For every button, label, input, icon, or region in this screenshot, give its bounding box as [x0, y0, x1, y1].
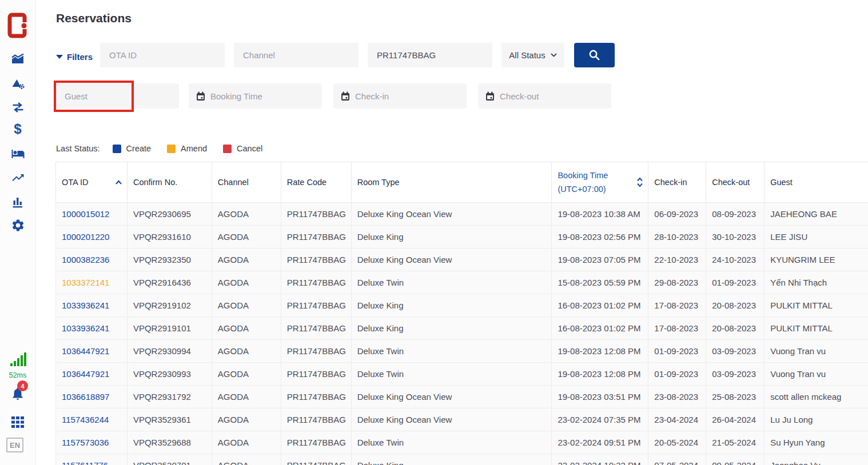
cell-channel: AGODA: [212, 248, 281, 271]
rate-code-input[interactable]: [368, 43, 492, 67]
ota-id-link[interactable]: 1036447921: [62, 346, 109, 356]
booking-time-header-label: Booking Time (UTC+07:00): [558, 171, 608, 194]
sidebar-item-transactions[interactable]: [0, 101, 35, 114]
cell-channel: AGODA: [212, 431, 281, 454]
cell-rate-code: PR11747BBAG: [281, 271, 352, 294]
rate-code-header-label: Rate Code: [287, 178, 327, 187]
table-row: 1033936241 VPQR2919102 AGODA PR11747BBAG…: [55, 294, 868, 317]
sidebar-item-performance[interactable]: [0, 171, 35, 184]
filters-toggle[interactable]: Filters: [56, 52, 93, 62]
guest-input[interactable]: [55, 83, 179, 109]
sort-asc-icon: [115, 180, 122, 185]
cell-confirm-no: VPQR2931792: [128, 386, 212, 408]
reservations-table: OTA ID Confirm No. Channel Rate Code Roo…: [55, 162, 868, 465]
ota-id-link[interactable]: 1033936241: [62, 300, 109, 310]
status-select[interactable]: All Status: [501, 43, 564, 67]
cell-ota-id: 1000015012: [56, 203, 128, 226]
cell-room-type: Deluxe King Ocean View: [352, 386, 552, 408]
check-out-picker[interactable]: Check-out: [478, 83, 611, 109]
notification-badge: 4: [17, 380, 28, 391]
legend-cancel-label: Cancel: [237, 144, 262, 153]
sidebar-item-rooms[interactable]: [0, 147, 35, 160]
column-header-guest: Guest: [765, 162, 868, 202]
search-button[interactable]: [574, 43, 615, 67]
ota-id-link[interactable]: 1157611776: [62, 460, 108, 465]
cell-check-out: 08-09-2023: [706, 203, 765, 226]
cell-guest: Jeonghee Vu: [765, 454, 868, 465]
table-row: 1036447921 VPQR2930993 AGODA PR11747BBAG…: [55, 363, 868, 386]
ota-id-link[interactable]: 1000015012: [62, 209, 109, 219]
ota-id-link[interactable]: 1036447921: [62, 369, 109, 379]
cell-check-in: 20-05-2024: [648, 431, 706, 454]
reservations-page: $: [0, 0, 868, 465]
cell-check-in: 17-08-2023: [648, 317, 706, 340]
ota-id-link[interactable]: 1157573036: [62, 438, 109, 447]
language-switcher[interactable]: EN: [6, 438, 23, 452]
cell-rate-code: PR11747BBAG: [281, 363, 352, 386]
ota-id-link[interactable]: 1000201220: [62, 232, 109, 242]
column-header-booking-time[interactable]: Booking Time (UTC+07:00): [552, 162, 648, 202]
cell-guest: Su Hyun Yang: [765, 431, 868, 454]
cell-room-type: Deluxe King Ocean View: [352, 408, 552, 431]
sidebar-item-reports[interactable]: [0, 195, 35, 209]
channel-input[interactable]: [234, 43, 359, 67]
check-in-header-label: Check-in: [654, 178, 687, 187]
check-in-placeholder: Check-in: [355, 91, 389, 101]
chevron-down-icon: [56, 55, 63, 59]
cell-channel: AGODA: [212, 294, 281, 317]
app-logo[interactable]: [0, 13, 35, 38]
create-swatch: [113, 145, 121, 153]
sidebar-item-dashboard[interactable]: [0, 52, 35, 66]
booking-time-picker[interactable]: Booking Time: [189, 83, 322, 109]
cell-channel: AGODA: [212, 203, 281, 226]
cell-check-in: 23-04-2024: [648, 408, 706, 431]
ota-id-link[interactable]: 1157436244: [62, 415, 109, 424]
cell-check-in: 29-08-2023: [648, 271, 706, 294]
column-header-check-out: Check-out: [706, 162, 765, 202]
latency-value: 52ms: [0, 371, 35, 379]
ota-id-link[interactable]: 1000382236: [62, 255, 109, 264]
column-header-room-type: Room Type: [352, 162, 552, 202]
ota-id-link[interactable]: 1033936241: [62, 323, 109, 333]
column-header-ota-id[interactable]: OTA ID: [56, 162, 128, 202]
cancel-swatch: [223, 145, 232, 153]
sidebar-item-channels[interactable]: [0, 77, 35, 90]
cell-room-type: Deluxe Twin: [352, 431, 552, 454]
cell-guest: PULKIT MITTAL: [765, 317, 868, 340]
cell-guest: KYUNGRIM LEE: [765, 248, 868, 271]
cell-confirm-no: VPQR3529688: [128, 431, 212, 454]
apps-grid-icon: [11, 415, 25, 429]
cell-check-out: 24-10-2023: [706, 248, 765, 271]
area-chart-icon: [10, 52, 25, 66]
cell-confirm-no: VPQR2919102: [128, 294, 212, 317]
sort-both-icon: [636, 177, 643, 187]
cell-ota-id: 1036447921: [56, 363, 128, 386]
calendar-icon: [485, 91, 495, 101]
ota-id-input[interactable]: [100, 43, 225, 67]
cell-check-in: 01-09-2023: [648, 363, 706, 386]
cell-booking-time: 19-08-2023 12:08 PM: [552, 340, 648, 363]
apps-menu-button[interactable]: [0, 415, 35, 429]
cell-rate-code: PR11747BBAG: [281, 317, 352, 340]
ota-id-link[interactable]: 1033372141: [62, 278, 109, 287]
cell-check-out: 03-09-2023: [706, 363, 765, 386]
cell-room-type: Deluxe King: [352, 294, 552, 317]
ota-id-link[interactable]: 1036618897: [62, 392, 109, 402]
swap-arrows-icon: [11, 101, 25, 114]
cell-booking-time: 19-08-2023 02:56 PM: [552, 226, 648, 248]
check-in-picker[interactable]: Check-in: [333, 83, 467, 109]
cell-ota-id: 1033372141: [56, 271, 128, 294]
legend-label: Last Status:: [56, 144, 100, 153]
cell-guest: Vuong Tran vu: [765, 340, 868, 363]
cell-check-in: 28-10-2023: [648, 226, 706, 248]
cell-channel: AGODA: [212, 340, 281, 363]
cell-channel: AGODA: [212, 386, 281, 408]
cell-guest: LEE JISU: [765, 226, 868, 248]
sidebar-item-settings[interactable]: [0, 218, 35, 232]
cell-ota-id: 1033936241: [56, 317, 128, 340]
table-row: 1157436244 VPQR3529361 AGODA PR11747BBAG…: [55, 408, 868, 431]
signal-bars-icon: [9, 351, 26, 367]
cell-confirm-no: VPQR2916436: [128, 271, 212, 294]
cell-room-type: Deluxe King Ocean View: [352, 203, 552, 226]
sidebar-item-rates[interactable]: $: [0, 122, 35, 136]
